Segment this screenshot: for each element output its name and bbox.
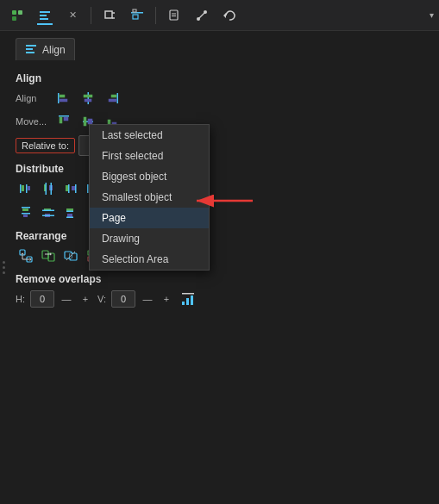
svg-marker-82 [21,253,24,255]
dropdown-item-selection-area[interactable]: Selection Area [90,249,209,270]
inkscape-icon[interactable] [5,3,29,28]
svg-rect-50 [72,186,75,190]
svg-rect-70 [66,217,73,219]
distribute-top-button[interactable] [16,202,36,223]
v-label: V: [97,294,106,304]
svg-rect-31 [59,115,69,117]
svg-rect-25 [88,92,90,104]
v-value-input[interactable] [111,290,135,308]
object-align-icon[interactable] [33,3,57,28]
dropdown-item-label: First selected [102,150,163,162]
svg-rect-24 [60,99,67,102]
remove-overlaps-controls: H: — + V: — + [16,289,430,309]
remove-overlaps-apply-button[interactable] [179,289,199,309]
svg-rect-32 [60,117,62,123]
remove-overlaps-section-header: Remove overlaps [16,273,430,285]
exchange-positions-button[interactable] [16,246,36,266]
separator-1 [91,7,91,24]
svg-rect-29 [111,95,116,97]
v-decrement-button[interactable]: — [141,292,154,306]
h-decrement-button[interactable]: — [60,292,73,306]
distribute-right-button[interactable] [60,178,81,199]
distribute-left-button[interactable] [16,178,36,199]
dot-2 [3,266,5,269]
svg-rect-62 [23,215,28,217]
svg-rect-4 [40,15,47,16]
exchange-clipboard-button[interactable] [38,246,59,266]
distribute-center-v-button[interactable] [38,202,59,223]
align-row-label: Align [16,93,50,103]
move-row-label: Move... [16,116,50,127]
svg-rect-47 [51,183,53,195]
dropdown-item-last-selected[interactable]: Last selected [90,125,209,146]
align-right-button[interactable] [102,88,122,109]
svg-rect-61 [22,213,30,215]
dropdown-item-first-selected[interactable]: First selected [90,146,209,166]
align-distribute-icon[interactable] [125,3,149,28]
separator-2 [155,7,156,24]
undo-history-icon[interactable] [217,3,241,28]
transform-icon[interactable] [97,3,122,28]
svg-rect-20 [26,48,33,50]
svg-marker-18 [223,13,226,18]
toolbar-chevron-icon[interactable]: ▾ [430,10,434,20]
tab-label: Align [42,44,66,56]
svg-rect-0 [12,10,16,15]
svg-rect-103 [182,302,185,305]
dropdown-item-biggest-object[interactable]: Biggest object [90,166,209,187]
h-label: H: [16,294,25,304]
svg-rect-106 [182,293,194,295]
dot-1 [3,261,5,264]
exchange-overlapping-button[interactable] [60,246,81,266]
align-top-button[interactable] [53,111,74,132]
v-increment-button[interactable]: + [160,292,173,306]
svg-rect-42 [26,184,28,193]
dot-3 [3,271,5,274]
svg-rect-23 [60,95,65,97]
svg-rect-3 [40,11,50,13]
align-center-h-button[interactable] [78,88,98,109]
distribute-center-h-button[interactable] [38,178,59,199]
svg-rect-48 [66,185,68,191]
rearrange-icons-row [16,246,430,266]
svg-rect-51 [75,184,77,193]
svg-rect-10 [133,15,138,19]
svg-rect-40 [20,184,22,193]
dropdown-item-label: Smallest object [102,191,172,203]
distribute-bottom-button[interactable] [60,202,81,223]
drag-handle [3,261,5,274]
svg-rect-69 [67,214,72,217]
align-section-header: Align [16,72,430,84]
svg-rect-49 [68,184,70,193]
node-icon[interactable] [190,3,214,28]
dropdown-item-label: Page [102,212,126,224]
svg-rect-105 [191,296,193,305]
dropdown-item-label: Selection Area [102,253,168,265]
close-tab-icon[interactable]: ✕ [60,3,85,28]
h-value-input[interactable] [30,290,54,308]
svg-rect-19 [26,45,36,47]
svg-rect-27 [85,99,91,102]
svg-rect-104 [186,298,189,305]
toolbar: ✕ ▾ [0,0,439,31]
svg-rect-66 [42,215,54,217]
align-icons-row-1: Align [16,88,430,109]
align-left-button[interactable] [53,88,74,109]
distribute-section-header: Distribute [16,163,430,175]
new-doc-icon[interactable] [162,3,186,28]
svg-line-17 [198,12,205,19]
panel-tab-align[interactable]: Align [16,38,75,60]
svg-rect-60 [22,208,28,211]
relative-to-row: Relative to: Page ▾ [16,135,430,156]
dropdown-item-drawing[interactable]: Drawing [90,228,209,249]
svg-rect-28 [117,93,119,103]
svg-rect-35 [84,117,86,126]
svg-rect-30 [109,99,116,102]
svg-rect-33 [64,117,68,121]
h-increment-button[interactable]: + [78,292,92,306]
svg-rect-11 [133,9,136,12]
svg-rect-68 [66,211,73,213]
dropdown-item-label: Drawing [102,233,140,245]
svg-rect-2 [12,16,16,21]
rearrange-section-header: Rearrange [16,230,430,242]
